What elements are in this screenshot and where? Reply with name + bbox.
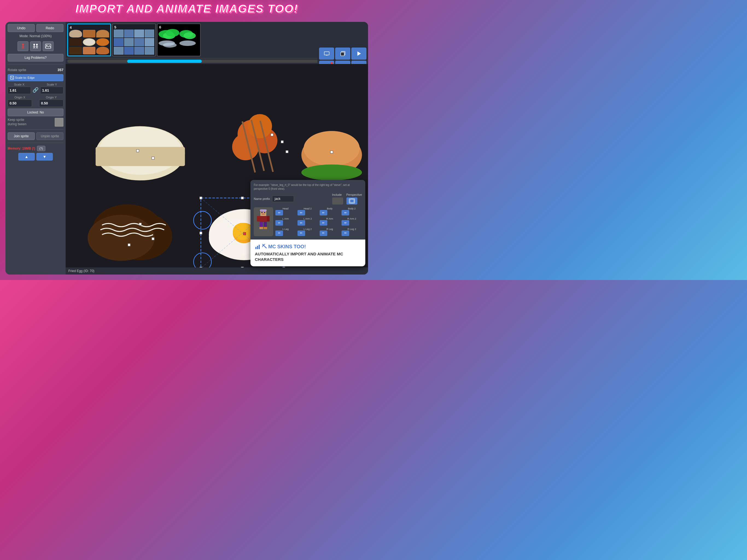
unjoin-sprite-button[interactable]: Unjoin sprite [36, 132, 63, 140]
scale-y-input[interactable] [40, 87, 63, 94]
svg-rect-140 [267, 216, 269, 222]
mc-include-label: Include [332, 193, 343, 196]
join-sprite-button[interactable]: Join sprite [8, 132, 35, 140]
svg-rect-148 [255, 247, 256, 249]
mc-example-text: For example: "steve_leg_rt_0" would be t… [254, 183, 362, 191]
mc-perspective-col: Perspective [346, 193, 362, 205]
mc-name-input[interactable] [272, 196, 294, 202]
head-part: Head ✏ [275, 207, 296, 216]
head2-part: Head 2 ✏ [298, 207, 318, 216]
mc-form: Name prefix Include Perspective [254, 193, 362, 205]
l-arm-part: L Arm ✏ [275, 218, 296, 226]
body-part-button[interactable]: ✏ [319, 210, 327, 215]
thumb-num-5: 5 [114, 25, 116, 29]
figure-icon[interactable] [18, 41, 28, 51]
left-panel: Undo Redo Mode: Normal (100%) [5, 22, 66, 275]
copy-view-button[interactable] [335, 48, 350, 59]
mc-perspective-box[interactable] [346, 198, 357, 205]
redo-button[interactable]: Redo [36, 24, 63, 32]
main-banner: IMPORT AND ANIMATE IMAGES TOO! [75, 2, 298, 15]
r-leg-part-button[interactable]: ✏ [319, 230, 327, 236]
origin-cols: Origin X Origin Y [8, 96, 63, 107]
svg-rect-121 [241, 197, 243, 199]
thumbnail-6[interactable]: 6 [157, 24, 201, 56]
body2-part: Body 2 ✏ [341, 207, 362, 216]
r-arm2-part-button[interactable]: ✏ [341, 220, 349, 226]
scale-x-input[interactable] [8, 87, 31, 94]
svg-point-54 [22, 44, 24, 46]
r-arm2-part: R Arm 2 ✏ [341, 218, 362, 226]
mode-label: Mode: Normal (100%) [8, 34, 63, 39]
svg-rect-147 [262, 214, 265, 214]
monitor-view-button[interactable] [319, 48, 334, 59]
divider-1 [8, 64, 63, 65]
head2-part-button[interactable]: ✏ [298, 210, 305, 215]
locked-button[interactable]: Locked: No [8, 108, 63, 116]
svg-rect-137 [260, 210, 267, 210]
svg-rect-144 [264, 227, 267, 229]
arrow-up-button[interactable]: ▲ [18, 153, 35, 160]
origin-y-label: Origin Y [39, 96, 63, 99]
play-view-button[interactable] [351, 48, 366, 59]
svg-point-97 [248, 114, 272, 138]
undo-button[interactable]: Undo [8, 24, 35, 32]
group-icon[interactable] [30, 41, 41, 51]
svg-rect-92 [136, 150, 139, 152]
svg-point-105 [304, 131, 360, 166]
r-arm-label: R Arm [319, 218, 340, 220]
r-leg2-label: R Leg 2 [341, 228, 362, 230]
lag-problems-button[interactable]: Lag Problems? [8, 54, 63, 61]
scale-cols: Scale X 🔗 Scale Y [8, 83, 63, 94]
origin-y-col: Origin Y [39, 96, 63, 107]
mc-body-section: Head ✏ Head 2 ✏ Body [254, 207, 362, 236]
memory-warning: Memory: 19MB (!) [8, 147, 35, 150]
svg-rect-145 [261, 212, 262, 213]
svg-rect-150 [259, 245, 260, 249]
mc-popup: For example: "steve_leg_rt_0" would be t… [251, 180, 365, 266]
body2-label: Body 2 [341, 207, 362, 210]
memory-row: Memory: 19MB (!) (?) [8, 146, 63, 151]
svg-rect-149 [257, 246, 258, 249]
mode-icons-row [8, 40, 63, 52]
rotate-value: 357 [57, 68, 63, 72]
help-button[interactable]: (?) [37, 146, 45, 151]
l-arm2-label: L Arm 2 [298, 218, 318, 220]
canvas-area[interactable]: Fried Egg (ID: 70) For example: "steve_l… [66, 64, 368, 275]
origin-x-col: Origin X [8, 96, 32, 107]
r-leg2-part-button[interactable]: ✏ [341, 230, 349, 236]
arrow-down-button[interactable]: ▼ [36, 153, 53, 160]
r-leg-label: R Leg [319, 228, 340, 230]
body2-part-button[interactable]: ✏ [341, 210, 349, 215]
main-container: Undo Redo Mode: Normal (100%) [5, 22, 368, 275]
origin-y-input[interactable] [39, 100, 63, 107]
l-arm-part-button[interactable]: ✏ [275, 220, 283, 226]
r-leg2-part: R Leg 2 ✏ [341, 228, 362, 236]
svg-rect-107 [330, 151, 333, 153]
undo-redo-row: Undo Redo [8, 24, 63, 32]
svg-rect-141 [260, 222, 263, 228]
svg-point-60 [33, 44, 35, 45]
l-arm2-part-button[interactable]: ✏ [298, 220, 305, 226]
thumbnail-5[interactable]: 5 [112, 24, 156, 56]
origin-x-input[interactable] [8, 100, 32, 107]
image-icon[interactable] [43, 41, 54, 51]
head-label: Head [275, 207, 296, 210]
mc-include-box[interactable] [332, 198, 343, 205]
mc-parts-grid: Head ✏ Head 2 ✏ Body [275, 207, 362, 236]
body-part: Body ✏ [319, 207, 340, 216]
mc-name-prefix-label: Name prefix [254, 197, 270, 200]
head-part-button[interactable]: ✏ [275, 210, 283, 215]
svg-rect-113 [152, 238, 154, 240]
thumbnail-4[interactable]: 4 [67, 24, 111, 56]
scale-edge-button[interactable]: Scale to: Edge [8, 74, 63, 81]
svg-line-64 [33, 47, 34, 48]
svg-rect-91 [96, 147, 185, 166]
r-arm2-label: R Arm 2 [341, 218, 362, 220]
l-leg-part-button[interactable]: ✏ [275, 230, 283, 236]
svg-rect-135 [264, 210, 266, 212]
r-arm-part-button[interactable]: ✏ [319, 220, 327, 226]
keep-sprite-label: Keep spriteduring tween [8, 118, 27, 126]
l-leg2-part-button[interactable]: ✏ [298, 230, 305, 236]
scale-x-col: Scale X [8, 83, 31, 94]
scale-y-col: Scale Y [40, 83, 63, 94]
